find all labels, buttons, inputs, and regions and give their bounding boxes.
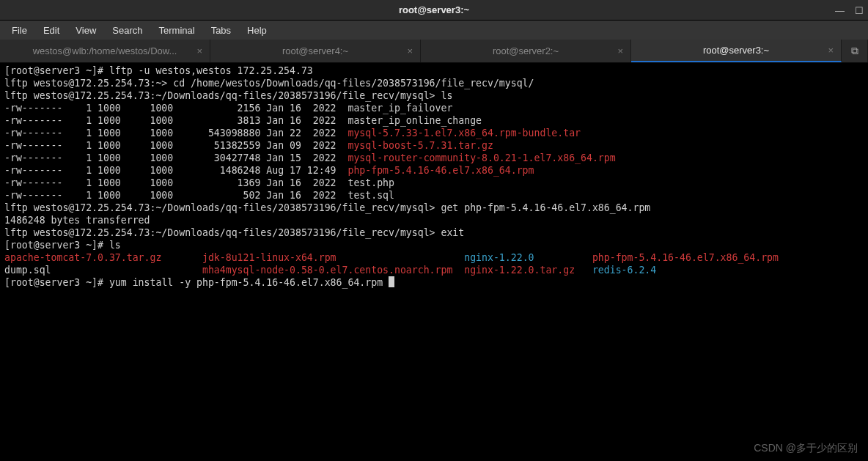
menu-terminal[interactable]: Terminal — [152, 23, 202, 37]
terminal-line: -rw------- 1 1000 1000 2156 Jan 16 2022 … — [4, 102, 864, 114]
terminal-line: -rw------- 1 1000 1000 543098880 Jan 22 … — [4, 127, 864, 139]
menu-file[interactable]: File — [4, 23, 34, 37]
close-icon[interactable]: × — [407, 45, 413, 56]
tab-3[interactable]: root@server3:~ × — [631, 40, 842, 62]
tab-label: root@server3:~ — [703, 45, 769, 56]
terminal-line: -rw------- 1 1000 1000 3813 Jan 16 2022 … — [4, 114, 864, 127]
terminal-output[interactable]: [root@server3 ~]# lftp -u westos,westos … — [0, 63, 868, 461]
window-title: root@server3:~ — [399, 4, 469, 15]
terminal-line: -rw------- 1 1000 1000 502 Jan 16 2022 t… — [4, 189, 864, 202]
tab-label: root@server2:~ — [493, 45, 559, 56]
terminal-line: lftp westos@172.25.254.73:~/Downloads/qq… — [4, 226, 864, 239]
menu-search[interactable]: Search — [105, 23, 150, 37]
tab-label: root@server4:~ — [282, 45, 348, 56]
terminal-line: [root@server3 ~]# yum install -y php-fpm… — [4, 276, 864, 289]
menu-view[interactable]: View — [68, 23, 103, 37]
menu-help[interactable]: Help — [240, 23, 274, 37]
menubar: File Edit View Search Terminal Tabs Help — [0, 21, 868, 40]
tab-add-button[interactable]: ⧉ — [842, 40, 868, 62]
maximize-button[interactable]: ☐ — [855, 5, 864, 16]
terminal-line: dump.sql mha4mysql-node-0.58-0.el7.cento… — [4, 264, 864, 276]
terminal-line: [root@server3 ~]# ls — [4, 239, 864, 251]
close-icon[interactable]: × — [828, 45, 834, 56]
terminal-line: apache-tomcat-7.0.37.tar.gz jdk-8u121-li… — [4, 251, 864, 264]
terminal-line: -rw------- 1 1000 1000 1486248 Aug 17 12… — [4, 164, 864, 177]
terminal-line: -rw------- 1 1000 1000 51382559 Jan 09 2… — [4, 139, 864, 152]
tab-label: westos@wlb:/home/westos/Dow... — [33, 45, 177, 56]
titlebar: root@server3:~ — ☐ — [0, 0, 868, 21]
menu-edit[interactable]: Edit — [36, 23, 67, 37]
tab-2[interactable]: root@server2:~ × — [421, 40, 631, 62]
terminal-line: -rw------- 1 1000 1000 30427748 Jan 15 2… — [4, 152, 864, 164]
terminal-line: lftp westos@172.25.254.73:~> cd /home/we… — [4, 77, 864, 89]
tabbar: westos@wlb:/home/westos/Dow... × root@se… — [0, 40, 868, 63]
terminal-line: lftp westos@172.25.254.73:~/Downloads/qq… — [4, 89, 864, 102]
terminal-line: lftp westos@172.25.254.73:~/Downloads/qq… — [4, 202, 864, 214]
tab-1[interactable]: root@server4:~ × — [210, 40, 421, 62]
tab-0[interactable]: westos@wlb:/home/westos/Dow... × — [0, 40, 210, 62]
menu-tabs[interactable]: Tabs — [204, 23, 238, 37]
close-icon[interactable]: × — [617, 45, 623, 56]
terminal-line: -rw------- 1 1000 1000 1369 Jan 16 2022 … — [4, 177, 864, 189]
window-controls: — ☐ — [835, 0, 864, 21]
close-icon[interactable]: × — [196, 45, 202, 56]
terminal-line: 1486248 bytes transferred — [4, 214, 864, 226]
minimize-button[interactable]: — — [835, 5, 845, 16]
cursor — [389, 276, 394, 287]
terminal-line: [root@server3 ~]# lftp -u westos,westos … — [4, 64, 864, 77]
